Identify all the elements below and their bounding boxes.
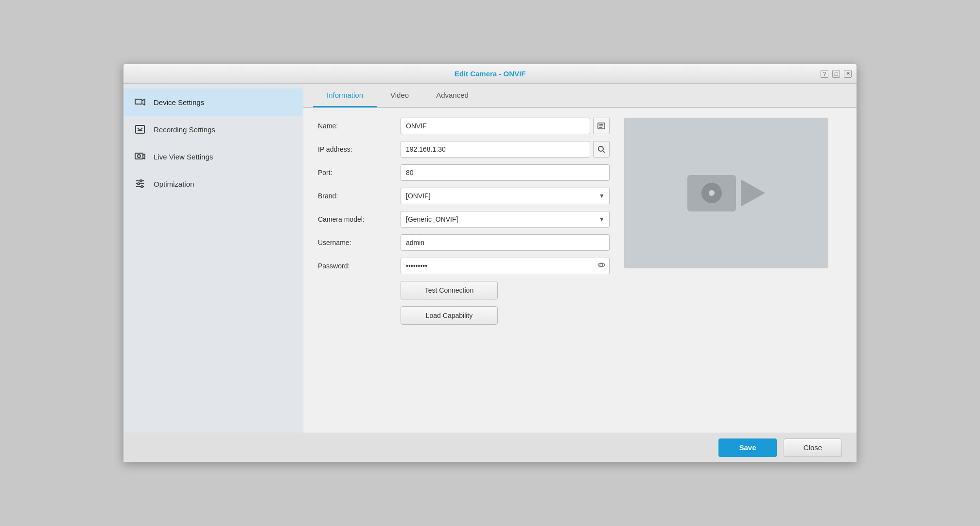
password-label: Password: [318, 262, 396, 270]
name-label: Name: [318, 122, 396, 130]
form-section: Name: [318, 118, 610, 423]
name-input-wrap [401, 118, 610, 134]
username-input[interactable] [401, 234, 610, 251]
password-input-wrap [401, 258, 610, 274]
camera-lens [701, 183, 722, 203]
svg-marker-1 [142, 99, 145, 105]
test-connection-button[interactable]: Test Connection [401, 281, 498, 299]
window-controls: ? □ ✕ [821, 70, 852, 78]
password-visibility-icon[interactable] [597, 261, 606, 271]
password-input[interactable] [401, 258, 610, 274]
port-row: Port: [318, 164, 610, 181]
camera-lens-inner [709, 190, 715, 196]
sidebar-item-live-view-settings[interactable]: Live View Settings [123, 143, 303, 170]
tabs-bar: Information Video Advanced [303, 84, 857, 107]
device-settings-icon [133, 95, 147, 109]
camera-model-row: Camera model: [Generic_ONVIF] Custom ▼ [318, 211, 610, 228]
port-input-wrap [401, 164, 610, 181]
recording-settings-icon [133, 123, 147, 136]
sidebar-label-device-settings: Device Settings [154, 98, 204, 106]
camera-model-select-wrap: [Generic_ONVIF] Custom ▼ [401, 211, 610, 228]
main-content: Information Video Advanced Name: [303, 84, 857, 433]
save-button[interactable]: Save [718, 438, 777, 457]
camera-body [687, 175, 736, 211]
name-row: Name: [318, 118, 610, 134]
ip-input-wrap [401, 141, 610, 158]
camera-model-select[interactable]: [Generic_ONVIF] Custom [401, 211, 610, 228]
brand-select[interactable]: [ONVIF] Axis Bosch Dahua Hanwha Hikvisio… [401, 188, 610, 204]
brand-label: Brand: [318, 192, 396, 200]
ip-search-button[interactable] [593, 141, 610, 158]
close-button[interactable]: Close [784, 438, 842, 457]
action-buttons: Test Connection Load Capability [318, 281, 610, 325]
tab-information[interactable]: Information [313, 84, 377, 107]
dialog-body: Device Settings Recording Settings [123, 84, 857, 433]
camera-model-input-wrap: [Generic_ONVIF] Custom ▼ [401, 211, 610, 228]
username-row: Username: [318, 234, 610, 251]
preview-section [624, 118, 828, 423]
camera-placeholder-icon [687, 175, 765, 211]
svg-point-9 [140, 180, 142, 182]
tab-video[interactable]: Video [377, 84, 422, 107]
ip-input[interactable] [401, 141, 590, 158]
content-area: Name: [303, 108, 857, 433]
sidebar-item-device-settings[interactable]: Device Settings [123, 88, 303, 116]
name-list-button[interactable] [593, 118, 610, 134]
svg-point-18 [600, 263, 603, 266]
svg-rect-2 [136, 125, 144, 133]
svg-point-11 [141, 186, 143, 188]
username-input-wrap [401, 234, 610, 251]
camera-horn [741, 179, 765, 207]
brand-select-wrap: [ONVIF] Axis Bosch Dahua Hanwha Hikvisio… [401, 188, 610, 204]
svg-point-10 [138, 183, 140, 185]
sidebar-label-live-view-settings: Live View Settings [154, 153, 213, 161]
sidebar-label-recording-settings: Recording Settings [154, 125, 215, 134]
sidebar-label-optimization: Optimization [154, 180, 194, 188]
password-wrap [401, 258, 610, 274]
footer: Save Close [123, 433, 857, 462]
name-input[interactable] [401, 118, 590, 134]
svg-point-5 [138, 155, 140, 158]
svg-line-17 [603, 151, 605, 153]
sidebar: Device Settings Recording Settings [123, 84, 303, 433]
load-capability-button[interactable]: Load Capability [401, 306, 498, 325]
username-label: Username: [318, 239, 396, 246]
port-label: Port: [318, 169, 396, 176]
brand-row: Brand: [ONVIF] Axis Bosch Dahua Hanwha H… [318, 188, 610, 204]
password-row: Password: [318, 258, 610, 274]
sidebar-item-recording-settings[interactable]: Recording Settings [123, 116, 303, 143]
titlebar: Edit Camera - ONVIF ? □ ✕ [123, 64, 857, 84]
sidebar-item-optimization[interactable]: Optimization [123, 170, 303, 197]
optimization-icon [133, 177, 147, 191]
camera-preview [624, 118, 828, 268]
window-title: Edit Camera - ONVIF [455, 70, 526, 78]
ip-label: IP address: [318, 145, 396, 153]
svg-rect-0 [135, 99, 142, 104]
tab-advanced[interactable]: Advanced [422, 84, 482, 107]
maximize-button[interactable]: □ [832, 70, 840, 78]
close-window-button[interactable]: ✕ [844, 70, 852, 78]
port-input[interactable] [401, 164, 610, 181]
brand-input-wrap: [ONVIF] Axis Bosch Dahua Hanwha Hikvisio… [401, 188, 610, 204]
ip-row: IP address: [318, 141, 610, 158]
svg-point-16 [598, 146, 603, 151]
svg-rect-4 [135, 153, 143, 159]
help-button[interactable]: ? [821, 70, 828, 78]
camera-model-label: Camera model: [318, 215, 396, 223]
live-view-settings-icon [133, 150, 147, 163]
edit-camera-dialog: Edit Camera - ONVIF ? □ ✕ Device Setting… [123, 64, 857, 462]
